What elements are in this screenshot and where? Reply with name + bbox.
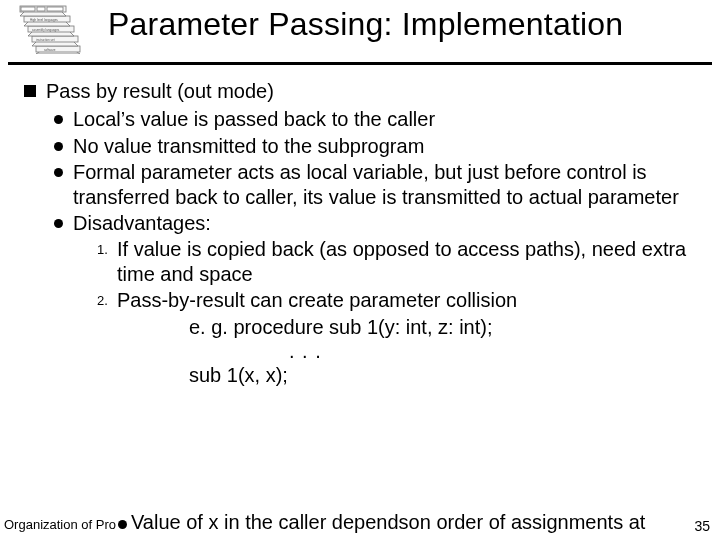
call-line: sub 1(x, x); — [189, 363, 706, 387]
number-marker: 1. — [97, 242, 111, 258]
disc-bullet-icon — [54, 142, 63, 151]
level3-text: Pass-by-result can create parameter coll… — [117, 288, 706, 312]
svg-text:High level languages: High level languages — [30, 18, 58, 22]
ellipsis-line: . . . — [289, 339, 706, 363]
header: High level languages assembly languages … — [8, 0, 712, 65]
disc-bullet-icon — [54, 219, 63, 228]
level2-text: Formal parameter acts as local variable,… — [73, 160, 706, 209]
disc-bullet-icon — [54, 168, 63, 177]
square-bullet-icon — [24, 85, 36, 97]
stack-diagram-icon: High level languages assembly languages … — [8, 4, 96, 54]
disc-bullet-icon — [54, 115, 63, 124]
footer-main-b: on order of assignments at — [409, 511, 646, 534]
example-line: e. g. procedure sub 1(y: int, z: int); — [189, 315, 706, 339]
list-item: Disadvantages: 1. If value is copied bac… — [54, 211, 706, 388]
svg-rect-10 — [21, 7, 35, 11]
level1-text: Pass by result (out mode) — [46, 79, 706, 103]
bullet-level1: Pass by result (out mode) — [24, 79, 706, 103]
svg-text:instruction set: instruction set — [36, 38, 55, 42]
page-number: 35 — [694, 518, 710, 534]
level2-text: No value transmitted to the subprogram — [73, 134, 706, 158]
example-block: e. g. procedure sub 1(y: int, z: int); — [189, 315, 706, 339]
level3-text: If value is copied back (as opposed to a… — [117, 237, 706, 286]
page-title: Parameter Passing: Implementation — [108, 6, 623, 43]
list-item: No value transmitted to the subprogram — [54, 134, 706, 158]
list-item: 1. If value is copied back (as opposed t… — [97, 237, 706, 286]
footer-small-left: Organization of Pro — [4, 517, 116, 534]
slide: High level languages assembly languages … — [0, 0, 720, 540]
footer-main-a: Value of x in the caller depends — [131, 511, 409, 534]
svg-text:software: software — [44, 48, 56, 52]
list-item: Local’s value is passed back to the call… — [54, 107, 706, 131]
disc-bullet-icon — [118, 520, 127, 529]
number-marker: 2. — [97, 293, 111, 309]
level2-text: Disadvantages: 1. If value is copied bac… — [73, 211, 706, 388]
svg-rect-12 — [47, 7, 63, 11]
level3-list: 1. If value is copied back (as opposed t… — [97, 237, 706, 312]
disadvantages-label: Disadvantages: — [73, 212, 211, 234]
svg-rect-1 — [36, 46, 80, 52]
footer-overlap: Organization of Pro Value of x in the ca… — [4, 511, 645, 534]
list-item: Formal parameter acts as local variable,… — [54, 160, 706, 209]
level2-list: Local’s value is passed back to the call… — [54, 107, 706, 387]
svg-rect-11 — [37, 7, 45, 11]
level2-text: Local’s value is passed back to the call… — [73, 107, 706, 131]
svg-text:assembly languages: assembly languages — [32, 28, 60, 32]
body: Pass by result (out mode) Local’s value … — [0, 65, 720, 388]
list-item: 2. Pass-by-result can create parameter c… — [97, 288, 706, 312]
